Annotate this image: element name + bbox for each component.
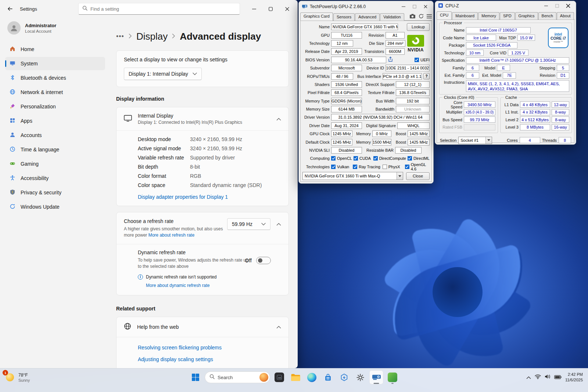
directcompute-checkbox[interactable]: DirectCompute	[373, 156, 406, 161]
driver-date-field: Aug 31, 2024	[331, 122, 362, 129]
help-link-flickering[interactable]: Resolving screen flickering problems	[138, 345, 281, 350]
settings-button[interactable]	[353, 370, 367, 384]
weather-widget[interactable]: 1	[5, 373, 15, 382]
sidebar-item-accounts[interactable]: Accounts	[5, 129, 105, 142]
refresh-icon[interactable]	[419, 14, 424, 19]
collapse-chevron-icon[interactable]	[276, 324, 281, 330]
cuda-checkbox[interactable]: CUDA	[354, 156, 372, 161]
collapse-chevron-icon[interactable]	[276, 221, 281, 227]
gpuz-taskbar-button[interactable]	[369, 370, 383, 384]
volume-icon[interactable]	[545, 374, 551, 381]
minimize-button[interactable]	[398, 3, 409, 11]
clock[interactable]: 2:42 PM 11/6/2025	[565, 372, 583, 383]
stepping-field: 5	[557, 65, 569, 71]
ray-tracing-checkbox[interactable]: Ray Tracing	[353, 165, 381, 169]
close-button[interactable]	[279, 2, 295, 16]
gpuz-close-button[interactable]: Close	[406, 172, 430, 180]
uefi-checkbox[interactable]: UEFI	[415, 58, 430, 62]
opengl-checkbox[interactable]: OpenGL 4.6	[405, 162, 430, 171]
breadcrumb-more[interactable]: •••	[116, 33, 124, 40]
gpuz-titlebar[interactable]: TechPowerUp GPU-Z 2.66.0	[299, 1, 433, 12]
brush-icon	[10, 103, 15, 110]
help-from-web-header[interactable]: Help from the web	[116, 317, 288, 337]
minimize-button[interactable]	[246, 2, 262, 16]
sidebar-item-bluetooth-devices[interactable]: Bluetooth & devices	[5, 71, 105, 84]
user-account[interactable]: Administrator Local Account	[5, 19, 105, 43]
opencl-checkbox[interactable]: OpenCL	[331, 156, 352, 161]
gpuz-graphics-card-panel: NameNVIDIA GeForce GTX 1660 Ti with Max-…	[300, 21, 432, 182]
display-select-dropdown[interactable]: Display 1: Internal Display	[124, 68, 202, 80]
battery-icon[interactable]	[554, 374, 562, 381]
taskbar-app-dark[interactable]	[272, 370, 286, 384]
app-title: Settings	[20, 6, 37, 12]
wifi-icon[interactable]	[535, 374, 541, 381]
tab-graphics-card[interactable]: Graphics Card	[300, 12, 333, 21]
close-button[interactable]	[563, 2, 574, 10]
edge-button[interactable]	[305, 370, 319, 384]
store-button[interactable]	[321, 370, 335, 384]
taskbar-app-hex[interactable]	[337, 370, 351, 384]
settings-search-box[interactable]	[78, 3, 240, 15]
minimize-button[interactable]	[541, 2, 552, 10]
internal-display-header[interactable]: Internal Display Display 1: Connected to…	[116, 107, 288, 130]
dynamic-refresh-toggle[interactable]	[256, 257, 271, 264]
tab-cpu[interactable]: CPU	[437, 11, 452, 19]
tab-spd[interactable]: SPD	[500, 12, 515, 19]
maximize-button[interactable]	[409, 3, 420, 11]
sidebar-item-personalization[interactable]: Personalization	[5, 100, 105, 113]
info-row: Bit depth8-bit	[138, 162, 281, 171]
tab-memory[interactable]: Memory	[478, 12, 499, 19]
gpu-select-combo[interactable]: NVIDIA GeForce GTX 1660 Ti with Max-Q	[302, 172, 403, 180]
sidebar-item-accessibility[interactable]: Accessibility	[5, 172, 105, 185]
tab-graphics[interactable]: Graphics	[515, 12, 538, 19]
hidden-icons-chevron[interactable]	[526, 374, 531, 381]
cpuz-titlebar[interactable]: CPU-Z	[435, 1, 576, 11]
person-icon	[10, 132, 15, 139]
bus-interface-help-button[interactable]: ?	[423, 73, 430, 79]
cpuz-taskbar-button[interactable]	[386, 370, 399, 384]
settings-titlebar[interactable]: Settings	[0, 0, 298, 18]
tab-sensors[interactable]: Sensors	[333, 13, 355, 21]
start-button[interactable]	[189, 370, 202, 384]
help-link-scaling[interactable]: Adjusting display scaling settings	[138, 356, 281, 362]
sidebar-item-privacy-security[interactable]: Privacy & security	[5, 186, 105, 199]
lookup-button[interactable]: Lookup	[407, 23, 430, 31]
screenshot-camera-icon[interactable]	[409, 14, 416, 19]
clocks-group: Clocks (Core #0) Core Speed3490.50 MHz M…	[439, 97, 498, 133]
sidebar-item-time-language[interactable]: Time & language	[5, 143, 105, 156]
share-icon[interactable]	[388, 57, 393, 63]
sidebar-item-system[interactable]: System	[5, 57, 105, 70]
socket-select-combo[interactable]: Socket #1	[458, 137, 492, 144]
search-input[interactable]	[90, 6, 236, 12]
physx-checkbox[interactable]: PhysX	[383, 165, 404, 169]
file-explorer-button[interactable]	[288, 370, 302, 384]
tab-mainboard[interactable]: Mainboard	[452, 12, 478, 19]
sidebar-item-gaming[interactable]: Gaming	[5, 157, 105, 170]
tab-about[interactable]: About	[557, 12, 574, 19]
tab-bench[interactable]: Bench	[538, 12, 556, 19]
sidebar-item-network-internet[interactable]: Network & internet	[5, 86, 105, 99]
sidebar-item-windows-update[interactable]: Windows Update	[5, 200, 105, 213]
more-about-dynamic-refresh-link[interactable]: More about dynamic refresh rate	[146, 283, 209, 288]
more-about-refresh-rate-link[interactable]: More about refresh rate	[148, 233, 194, 238]
collapse-chevron-icon[interactable]	[276, 116, 281, 122]
refresh-rate-dropdown[interactable]: 59.99 Hz	[227, 218, 270, 230]
taskbar-search[interactable]: Search	[205, 371, 270, 383]
close-button[interactable]	[420, 3, 431, 11]
display-adapter-properties-link[interactable]: Display adapter properties for Display 1	[116, 190, 288, 206]
info-row: Desktop mode3240 × 2160, 59.99 Hz	[138, 134, 281, 144]
tab-advanced[interactable]: Advanced	[355, 13, 380, 21]
taskbar: 1 78°F Sunny Search	[0, 368, 588, 392]
back-button[interactable]	[4, 3, 16, 15]
sidebar-item-home[interactable]: Home	[5, 43, 105, 56]
breadcrumb-display[interactable]: Display	[136, 31, 168, 42]
gpuz-app-icon	[372, 374, 381, 381]
maximize-button[interactable]	[262, 2, 279, 16]
accessibility-icon	[10, 175, 15, 182]
sidebar-item-apps[interactable]: Apps	[5, 114, 105, 127]
directml-checkbox[interactable]: DirectML	[408, 156, 430, 161]
menu-icon[interactable]	[427, 14, 432, 19]
tab-validation[interactable]: Validation	[380, 13, 404, 21]
vulkan-checkbox[interactable]: Vulkan	[331, 165, 351, 169]
maximize-button[interactable]	[552, 2, 563, 10]
